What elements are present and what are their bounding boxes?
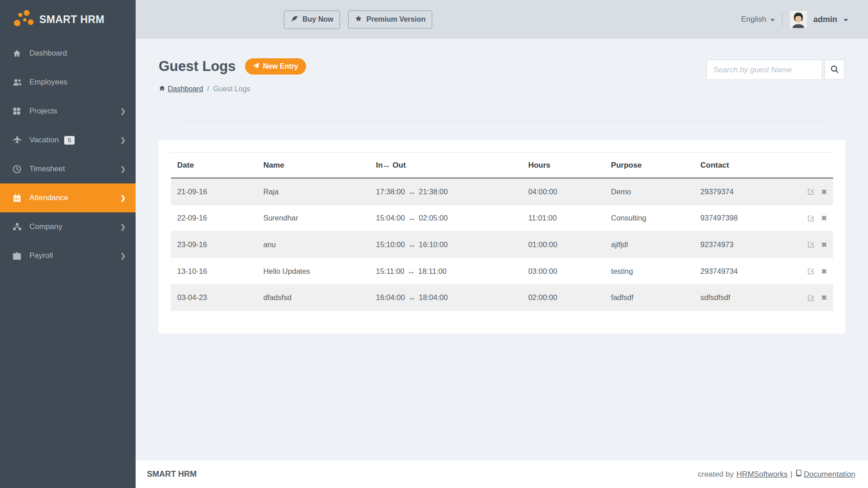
cell-purpose: Demo <box>605 178 694 205</box>
sidebar-item-label: Dashboard <box>29 49 67 58</box>
delete-icon[interactable]: ✖ <box>821 214 827 223</box>
cell-inout: 17:38:00↔21:38:00 <box>369 178 522 205</box>
topbar-divider <box>782 13 783 26</box>
chevron-right-icon: ❯ <box>120 252 126 259</box>
edit-icon[interactable] <box>807 188 815 196</box>
language-label: English <box>741 15 766 24</box>
cell-date: 03-04-23 <box>171 284 257 311</box>
delete-icon[interactable]: ✖ <box>821 188 827 197</box>
footer-credits: created by HRMSoftworks | Documentation <box>698 469 855 479</box>
inout-arrow: ↔ <box>408 188 416 196</box>
sitemap-icon <box>13 223 23 231</box>
cell-date: 22-09-16 <box>171 205 257 231</box>
documentation-link[interactable]: Documentation <box>795 469 855 479</box>
edit-icon[interactable] <box>807 215 815 222</box>
delete-icon[interactable]: ✖ <box>821 240 827 249</box>
briefcase-icon <box>13 252 23 260</box>
search-icon <box>830 65 839 75</box>
language-dropdown[interactable]: English <box>741 15 775 24</box>
footer-created-by: created by <box>698 470 733 479</box>
chevron-right-icon: ❯ <box>120 136 126 144</box>
sidebar-item-timesheet[interactable]: Timesheet ❯ <box>0 155 136 183</box>
cell-purpose: Consulting <box>605 205 694 231</box>
col-header-inout: In↔ Out <box>369 153 522 178</box>
col-header-date: Date <box>171 153 257 178</box>
col-header-actions <box>787 153 833 178</box>
user-menu[interactable]: admin <box>790 11 848 28</box>
avatar[interactable] <box>790 11 807 28</box>
table-row: 13-10-16 Hello Updates 15:11:00↔18:11:00… <box>171 258 833 284</box>
sidebar-item-attendance[interactable]: Attendance ❯ <box>0 183 136 212</box>
edit-icon[interactable] <box>807 294 815 302</box>
delete-icon[interactable]: ✖ <box>821 293 827 302</box>
breadcrumb-dashboard-link[interactable]: Dashboard <box>159 84 203 94</box>
star-icon <box>355 15 362 24</box>
inout-arrow: ↔ <box>408 214 416 222</box>
table-row: 03-04-23 dfadsfsd 16:04:00↔18:04:00 02:0… <box>171 284 833 311</box>
cell-hours: 03:00:00 <box>522 258 604 284</box>
page-header: Guest Logs New Entry Dashboard / Guest L… <box>136 39 868 122</box>
cell-purpose: fadfsdf <box>605 284 694 311</box>
sidebar-item-label: Projects <box>29 107 57 116</box>
edit-icon[interactable] <box>807 267 815 275</box>
cell-date: 21-09-16 <box>171 178 257 205</box>
cell-purpose: ajlfjdl <box>605 231 694 258</box>
new-entry-button[interactable]: New Entry <box>245 58 306 75</box>
sidebar-item-payroll[interactable]: Payroll ❯ <box>0 241 136 270</box>
cell-inout: 15:10:00↔16:10:00 <box>369 231 522 258</box>
guest-search <box>707 60 844 80</box>
sidebar-item-dashboard[interactable]: Dashboard <box>0 39 136 68</box>
sidebar-item-employees[interactable]: Employees <box>0 68 136 97</box>
cell-contact: 293749734 <box>694 258 787 284</box>
caret-down-icon <box>844 19 848 21</box>
breadcrumb-current: Guest Logs <box>213 84 250 94</box>
table-header-row: Date Name In↔ Out Hours Purpose Contact <box>171 153 833 178</box>
buy-now-label: Buy Now <box>302 15 333 23</box>
search-button[interactable] <box>825 60 844 80</box>
guest-logs-table: Date Name In↔ Out Hours Purpose Contact … <box>171 152 833 311</box>
col-header-purpose: Purpose <box>605 153 694 178</box>
sidebar-item-label: Company <box>29 222 62 231</box>
sidebar-item-label: Attendance <box>29 193 68 202</box>
sidebar-item-vacation[interactable]: Vacation 5 ❯ <box>0 126 136 155</box>
cell-name: Surendhar <box>257 205 369 231</box>
breadcrumb-home-label: Dashboard <box>168 84 203 94</box>
vacation-count-badge: 5 <box>64 136 75 145</box>
home-icon <box>13 49 23 57</box>
premium-version-label: Premium Version <box>366 15 425 23</box>
plane-icon <box>13 136 23 145</box>
sidebar-item-company[interactable]: Company ❯ <box>0 212 136 241</box>
users-icon <box>13 78 23 86</box>
breadcrumb-separator: / <box>207 84 209 94</box>
delete-icon[interactable]: ✖ <box>821 267 827 276</box>
search-input[interactable] <box>707 60 822 80</box>
cell-name: Hello Updates <box>257 258 369 284</box>
guest-logs-card: Date Name In↔ Out Hours Purpose Contact … <box>159 140 845 333</box>
inout-arrow: ↔ <box>408 293 416 301</box>
cell-date: 23-09-16 <box>171 231 257 258</box>
header-divider <box>182 121 823 122</box>
chevron-right-icon: ❯ <box>120 108 126 115</box>
cell-inout: 16:04:00↔18:04:00 <box>369 284 522 311</box>
new-entry-label: New Entry <box>263 62 298 70</box>
page-title: Guest Logs <box>159 57 236 76</box>
hrmsoftworks-link[interactable]: HRMSoftworks <box>736 470 788 479</box>
logo-text: SMART HRM <box>39 14 104 26</box>
calendar-icon <box>13 194 23 202</box>
cell-hours: 11:01:00 <box>522 205 604 231</box>
sidebar-item-label: Timesheet <box>29 164 65 174</box>
buy-now-button[interactable]: Buy Now <box>284 10 340 29</box>
col-header-contact: Contact <box>694 153 787 178</box>
col-header-name: Name <box>257 153 369 178</box>
cell-contact: 937497398 <box>694 205 787 231</box>
footer: SMART HRM created by HRMSoftworks | Docu… <box>136 460 868 488</box>
breadcrumb: Dashboard / Guest Logs <box>159 84 845 94</box>
sidebar-item-label: Payroll <box>29 251 53 260</box>
topbar-right: English admin <box>741 0 848 39</box>
sidebar-item-projects[interactable]: Projects ❯ <box>0 97 136 126</box>
premium-version-button[interactable]: Premium Version <box>348 10 432 28</box>
chevron-right-icon: ❯ <box>120 165 126 173</box>
edit-icon[interactable] <box>807 241 815 249</box>
cell-date: 13-10-16 <box>171 258 257 284</box>
inout-arrow: ↔ <box>408 267 415 275</box>
